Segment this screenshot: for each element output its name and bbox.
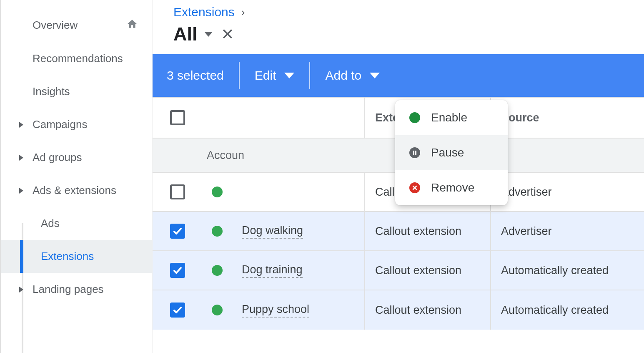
sidebar-item-insights[interactable]: Insights [1,75,152,108]
sidebar-item-label: Ads [41,217,60,230]
menu-item-enable[interactable]: Enable [395,100,508,135]
main-content: Extensions › All ✕ 3 selected Edit [153,0,644,353]
pause-status-icon [409,147,420,158]
sidebar: Overview Recommendations Insights Campai… [1,0,153,353]
edit-dropdown-menu: Enable Pause Remove [395,100,508,205]
group-label: Accoun [207,149,244,162]
sidebar-item-ad-groups[interactable]: Ad groups [1,141,152,174]
sidebar-item-label: Insights [33,85,70,98]
chevron-right-icon: › [241,6,245,19]
extension-type: Callout extension [375,304,461,317]
row-checkbox[interactable] [170,263,185,278]
selection-count: 3 selected [167,54,239,97]
table-row[interactable]: Dog training Callout extension Automatic… [153,251,644,290]
clear-filter-button[interactable]: ✕ [221,25,234,43]
enable-status-icon [409,112,420,123]
sidebar-item-label: Extensions [41,250,94,263]
chevron-right-icon [19,188,23,194]
extension-source: Automatically created [501,304,609,317]
table-row[interactable]: Dog walking Callout extension Advertiser [153,212,644,251]
chevron-down-icon [284,73,294,78]
sidebar-item-ads[interactable]: Ads [1,207,152,240]
sidebar-item-label: Recommendations [33,52,123,65]
menu-item-label: Enable [431,111,467,124]
select-all-checkbox[interactable] [170,110,185,125]
row-checkbox[interactable] [170,303,185,318]
edit-dropdown-button[interactable]: Edit [240,54,310,97]
filter-dropdown[interactable]: All [173,23,213,45]
menu-item-label: Remove [431,181,474,194]
extension-type: Callout extension [375,225,461,238]
menu-item-label: Pause [431,146,464,159]
selection-count-text: 3 selected [167,68,224,83]
sidebar-item-label: Landing pages [33,283,104,296]
status-enabled-icon [212,265,223,276]
sidebar-item-extensions[interactable]: Extensions [1,240,152,273]
addto-label: Add to [325,68,361,83]
chevron-right-icon [19,155,23,161]
chevron-right-icon [19,287,23,292]
sidebar-item-overview[interactable]: Overview [1,8,152,42]
addto-dropdown-button[interactable]: Add to [310,54,395,97]
extension-name[interactable]: Puppy school [242,303,309,318]
sidebar-item-campaigns[interactable]: Campaigns [1,108,152,141]
bulk-action-bar: 3 selected Edit Add to [153,54,644,97]
menu-item-pause[interactable]: Pause [395,135,508,170]
chevron-right-icon [19,122,23,128]
remove-status-icon [409,182,420,193]
status-enabled-icon [212,226,223,237]
sidebar-item-label: Ads & extensions [33,184,116,197]
status-enabled-icon [212,187,223,197]
chevron-down-icon [204,32,213,37]
menu-item-remove[interactable]: Remove [395,170,508,205]
row-checkbox[interactable] [170,224,185,239]
table-row[interactable]: Puppy school Callout extension Automatic… [153,290,644,330]
extension-source: Automatically created [501,264,609,277]
sidebar-item-label: Overview [33,19,78,32]
extension-name[interactable]: Dog training [242,263,303,278]
extension-type: Callout extension [375,264,461,277]
svg-rect-1 [415,151,416,155]
home-icon [126,18,138,32]
sidebar-item-ads-extensions[interactable]: Ads & extensions [1,174,152,207]
sidebar-item-label: Campaigns [33,118,88,131]
row-checkbox[interactable] [170,184,185,199]
breadcrumb-label: Extensions [173,5,235,19]
breadcrumb[interactable]: Extensions › [173,5,623,19]
svg-rect-0 [413,151,414,155]
filter-label: All [173,23,198,45]
chevron-down-icon [370,73,380,78]
sidebar-item-label: Ad groups [33,151,82,164]
extension-source: Advertiser [501,225,552,238]
extension-name[interactable]: Dog walking [242,224,303,239]
page-header: Extensions › All ✕ [153,0,644,54]
status-enabled-icon [212,305,223,315]
sidebar-item-landing-pages[interactable]: Landing pages [1,273,152,306]
extension-source: Advertiser [501,186,552,199]
sidebar-item-recommendations[interactable]: Recommendations [1,42,152,75]
edit-label: Edit [255,68,276,83]
